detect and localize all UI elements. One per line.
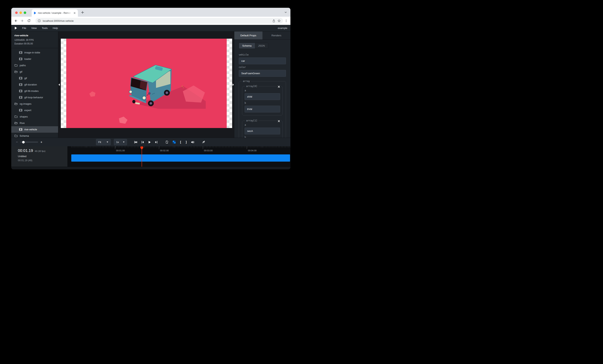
array0-b-field[interactable] — [244, 106, 280, 113]
chevron-right-icon — [232, 83, 234, 86]
browser-menu-icon[interactable] — [285, 19, 288, 22]
collapse-left-panel-handle[interactable] — [58, 83, 61, 86]
rive-artboard — [66, 39, 227, 128]
transparency-checkerboard-toggle[interactable] — [172, 140, 176, 144]
set-out-point-button[interactable]: ] — [185, 140, 187, 144]
tab-renders[interactable]: Renders — [262, 32, 291, 39]
menu-item[interactable]: Help — [53, 27, 58, 30]
url-bar[interactable]: localhost:3000/rive-vehicle — [35, 18, 283, 24]
sidebar-item[interactable]: rive-vehicle — [11, 126, 58, 133]
tab-close-icon[interactable] — [73, 12, 76, 14]
browser-tab[interactable]: rive-vehicle / example - Remot — [32, 9, 78, 17]
fit-dropdown[interactable]: Fit — [96, 139, 111, 145]
volume-button[interactable] — [191, 140, 195, 144]
field-label-b: b — [244, 136, 280, 138]
next-frame-icon — [155, 141, 158, 144]
toggle-json[interactable]: JSON — [255, 43, 268, 49]
menu-item[interactable]: Tools — [42, 27, 47, 30]
menu-item[interactable]: View — [31, 27, 37, 30]
url-text[interactable]: localhost:3000/rive-vehicle — [43, 19, 270, 22]
share-icon[interactable] — [272, 19, 276, 23]
back-button[interactable] — [14, 19, 17, 23]
fullscreen-window-button[interactable] — [24, 11, 26, 14]
sidebar-item[interactable]: gif — [11, 68, 58, 75]
minimize-window-button[interactable] — [19, 11, 22, 14]
play-button[interactable] — [148, 140, 151, 144]
site-info-icon[interactable] — [38, 19, 41, 22]
vehicle-field[interactable] — [239, 57, 286, 64]
new-tab-button[interactable] — [81, 11, 84, 14]
array0-a-field[interactable] — [244, 93, 280, 100]
playback-rate-dropdown[interactable]: 1x — [114, 139, 127, 145]
composition-preview[interactable] — [61, 39, 232, 128]
field-label-a: a — [244, 89, 280, 92]
tab-title: rive-vehicle / example - Remot — [38, 12, 72, 14]
film-icon — [19, 128, 22, 131]
props-panel-tabs: Default Props Renders — [234, 32, 290, 40]
zoom-in-button[interactable]: + — [40, 140, 42, 144]
composition-info: rive-vehicle 1200x630, 30 FPS Duration 0… — [11, 32, 58, 48]
rocket-icon — [202, 140, 205, 144]
sidebar-item[interactable]: gif-loop-behavior — [11, 94, 58, 101]
array-item-label: array[0] — [245, 85, 259, 88]
remove-array-item-button[interactable] — [277, 86, 281, 88]
timeline: 00:01.19 49 (30 fps) Untitled 00:01.19 (… — [11, 146, 290, 169]
sidebar-item[interactable]: loader — [11, 56, 58, 62]
jump-to-start-button[interactable] — [134, 140, 138, 144]
fit-dropdown-value: Fit — [98, 141, 101, 144]
sidebar-item[interactable]: image-in-lottie — [11, 49, 58, 56]
sidebar-item[interactable]: paths — [11, 62, 58, 68]
sidebar-item[interactable]: gif-fill-modes — [11, 88, 58, 94]
set-in-point-button[interactable]: [ — [179, 140, 182, 144]
quick-switcher-button[interactable] — [201, 140, 206, 144]
toggle-schema[interactable]: Schema — [239, 43, 255, 49]
bookmark-star-icon[interactable] — [278, 19, 281, 23]
track-name: Untitled — [18, 155, 67, 158]
reload-button[interactable] — [27, 19, 31, 23]
zoom-slider-thumb[interactable] — [22, 141, 25, 143]
close-window-button[interactable] — [15, 11, 18, 14]
playhead[interactable] — [140, 146, 143, 167]
volume-icon — [191, 141, 195, 144]
sidebar-item[interactable]: gif-duration — [11, 81, 58, 88]
decor-pentagon — [118, 116, 128, 124]
loop-toggle-button[interactable] — [165, 140, 169, 144]
close-icon — [278, 120, 280, 122]
browser-window: rive-vehicle / example - Remot — [11, 8, 290, 169]
timeline-ruler[interactable]: 00:01.00 00:02.00 00:03.00 00:04.00 — [67, 146, 290, 154]
sidebar-item[interactable]: Schema — [11, 133, 58, 138]
zoom-out-button[interactable]: − — [16, 140, 18, 144]
menu-item[interactable]: File — [22, 27, 26, 30]
folder-closed-icon — [14, 115, 18, 118]
tab-search-chevron-icon[interactable] — [284, 11, 287, 14]
ruler-label: 00:01.00 — [116, 149, 125, 152]
folder-closed-icon — [14, 64, 18, 67]
remotion-logo-icon[interactable] — [14, 27, 17, 30]
folder-closed-icon — [14, 134, 18, 137]
timeline-footer-strip — [11, 167, 290, 169]
sidebar-item[interactable]: shapes — [11, 114, 58, 120]
array1-a-field[interactable] — [244, 128, 280, 134]
forward-button[interactable] — [21, 19, 24, 23]
van-illustration — [126, 62, 206, 109]
array-item-0: array[0] a b — [242, 85, 283, 115]
array-group-label: array — [242, 80, 251, 82]
schema-json-toggle: Schema JSON — [239, 43, 268, 49]
sidebar-item[interactable]: gif — [11, 75, 58, 81]
menu-items: FileViewToolsHelp — [22, 27, 58, 30]
collapse-right-panel-handle[interactable] — [231, 83, 234, 86]
out-bracket-icon: ] — [185, 140, 187, 144]
zoom-slider[interactable] — [20, 142, 38, 143]
timeline-track-bar[interactable] — [71, 154, 290, 162]
tab-default-props[interactable]: Default Props — [234, 32, 262, 39]
sidebar-item[interactable]: expert — [11, 107, 58, 114]
remove-array-item-button[interactable] — [277, 120, 281, 122]
previous-frame-button[interactable] — [141, 140, 145, 144]
composition-duration: Duration 00:05.00 — [14, 42, 55, 46]
folder-open-icon — [14, 121, 18, 125]
sidebar-item-label: og-images — [20, 102, 32, 105]
sidebar-item[interactable]: Rive — [11, 120, 58, 126]
sidebar-item[interactable]: og-images — [11, 101, 58, 107]
color-field[interactable] — [239, 70, 286, 77]
next-frame-button[interactable] — [154, 140, 158, 144]
